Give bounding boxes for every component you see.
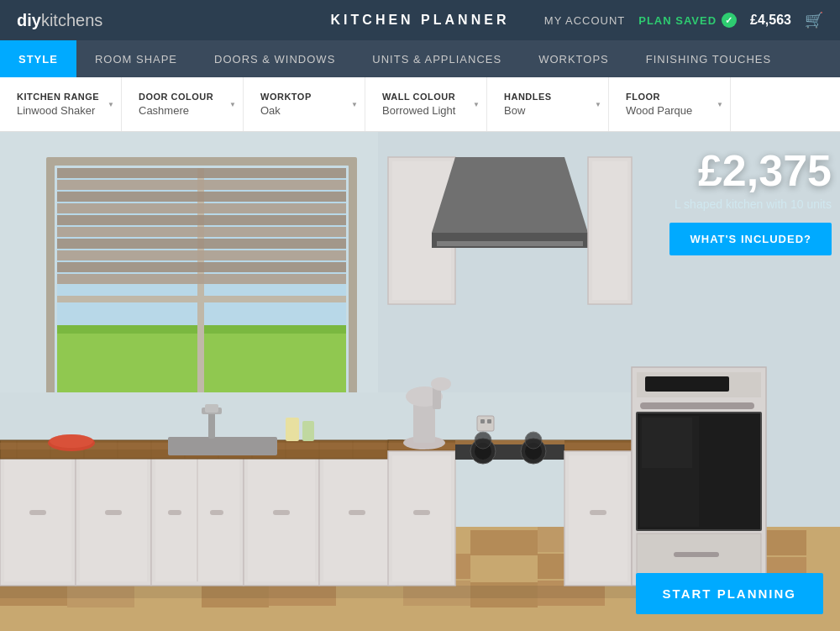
svg-rect-102 bbox=[569, 455, 627, 581]
option-label-worktop: WORKTOP bbox=[260, 92, 348, 102]
kitchen-description: L shaped kitchen with 10 units bbox=[669, 197, 832, 211]
svg-rect-136 bbox=[0, 586, 672, 598]
svg-rect-55 bbox=[57, 274, 346, 284]
svg-rect-52 bbox=[57, 239, 346, 249]
svg-rect-62 bbox=[105, 510, 122, 515]
option-worktop[interactable]: WORKTOP Oak bbox=[244, 77, 365, 131]
info-panel: £2,375 L shaped kitchen with 10 units WH… bbox=[669, 149, 832, 255]
option-door-colour[interactable]: DOOR COLOUR Cashmere bbox=[122, 77, 244, 131]
kitchen-scene: £2,375 L shaped kitchen with 10 units WH… bbox=[0, 132, 840, 631]
kitchen-price: £2,375 bbox=[669, 149, 832, 192]
svg-rect-92 bbox=[413, 510, 430, 515]
header: diy kitchens KITCHEN PLANNER MY ACCOUNT … bbox=[0, 0, 840, 40]
svg-rect-117 bbox=[437, 241, 583, 246]
option-label-floor: FLOOR bbox=[626, 92, 713, 102]
svg-rect-49 bbox=[57, 203, 346, 213]
svg-point-128 bbox=[431, 377, 451, 391]
svg-rect-70 bbox=[273, 510, 290, 515]
whats-included-button[interactable]: WHAT'S INCLUDED? bbox=[669, 223, 832, 255]
svg-rect-112 bbox=[674, 552, 719, 557]
option-value-door-colour: Cashmere bbox=[139, 104, 226, 117]
svg-marker-115 bbox=[432, 157, 588, 233]
svg-rect-134 bbox=[480, 419, 485, 423]
svg-point-100 bbox=[525, 432, 542, 449]
option-value-worktop: Oak bbox=[260, 104, 348, 117]
nav-item-doors-windows[interactable]: DOORS & WINDOWS bbox=[196, 40, 354, 77]
header-price: £4,563 bbox=[750, 13, 791, 28]
svg-point-132 bbox=[50, 434, 93, 448]
svg-rect-91 bbox=[392, 455, 451, 581]
svg-rect-110 bbox=[642, 418, 692, 468]
svg-rect-53 bbox=[57, 250, 346, 260]
svg-rect-72 bbox=[323, 455, 391, 581]
svg-rect-73 bbox=[349, 510, 365, 515]
svg-rect-133 bbox=[477, 416, 494, 431]
svg-rect-54 bbox=[57, 262, 346, 272]
svg-rect-67 bbox=[210, 510, 223, 515]
svg-rect-22 bbox=[470, 557, 538, 582]
nav-item-finishing-touches[interactable]: FINISHING TOUCHES bbox=[627, 40, 790, 77]
cart-icon[interactable]: 🛒 bbox=[805, 11, 823, 29]
svg-rect-103 bbox=[590, 510, 606, 515]
option-value-handles: Bow bbox=[504, 104, 591, 117]
svg-rect-47 bbox=[57, 180, 346, 190]
svg-rect-59 bbox=[29, 510, 46, 515]
option-label-door-colour: DOOR COLOUR bbox=[139, 92, 226, 102]
svg-rect-66 bbox=[168, 510, 181, 515]
svg-rect-135 bbox=[487, 419, 491, 423]
options-bar: KITCHEN RANGE Linwood ShakerDOOR COLOUR … bbox=[0, 77, 840, 132]
svg-rect-93 bbox=[455, 440, 564, 444]
option-value-wall-colour: Borrowed Light bbox=[382, 104, 470, 117]
my-account-link[interactable]: MY ACCOUNT bbox=[544, 14, 625, 27]
option-value-kitchen-range: Linwood Shaker bbox=[17, 104, 104, 117]
svg-rect-69 bbox=[248, 455, 315, 581]
logo-diy: diy bbox=[17, 11, 41, 30]
svg-point-99 bbox=[475, 432, 491, 449]
option-label-wall-colour: WALL COLOUR bbox=[382, 92, 470, 102]
svg-rect-48 bbox=[57, 192, 346, 202]
svg-rect-129 bbox=[286, 418, 299, 441]
svg-rect-50 bbox=[57, 215, 346, 225]
logo: diy kitchens bbox=[17, 11, 102, 30]
svg-rect-123 bbox=[205, 404, 218, 413]
svg-rect-51 bbox=[57, 227, 346, 237]
option-handles[interactable]: HANDLES Bow bbox=[487, 77, 609, 131]
option-floor[interactable]: FLOOR Wood Parque bbox=[609, 77, 731, 131]
header-title: KITCHEN PLANNER bbox=[331, 13, 510, 28]
option-kitchen-range[interactable]: KITCHEN RANGE Linwood Shaker bbox=[0, 77, 122, 131]
start-planning-button[interactable]: START PLANNING bbox=[636, 573, 823, 614]
svg-rect-106 bbox=[645, 376, 729, 392]
option-wall-colour[interactable]: WALL COLOUR Borrowed Light bbox=[365, 77, 487, 131]
check-icon: ✓ bbox=[722, 13, 737, 28]
svg-rect-61 bbox=[80, 455, 147, 581]
option-label-kitchen-range: KITCHEN RANGE bbox=[17, 92, 104, 102]
svg-rect-46 bbox=[57, 168, 346, 178]
main-nav: STYLEROOM SHAPEDOORS & WINDOWSUNITS & AP… bbox=[0, 40, 840, 77]
svg-rect-119 bbox=[592, 161, 627, 300]
plan-saved-status: PLAN SAVED ✓ bbox=[638, 13, 737, 28]
nav-item-units-appliances[interactable]: UNITS & APPLIANCES bbox=[354, 40, 520, 77]
svg-rect-107 bbox=[640, 402, 754, 409]
svg-rect-120 bbox=[168, 437, 277, 455]
kitchen-scene-container: £2,375 L shaped kitchen with 10 units WH… bbox=[0, 132, 840, 631]
svg-rect-130 bbox=[302, 421, 314, 441]
option-label-handles: HANDLES bbox=[504, 92, 591, 102]
nav-item-style[interactable]: STYLE bbox=[0, 40, 76, 77]
option-value-floor: Wood Parque bbox=[626, 104, 713, 117]
svg-rect-58 bbox=[4, 455, 71, 581]
logo-kitchens: kitchens bbox=[41, 11, 102, 30]
header-right: MY ACCOUNT PLAN SAVED ✓ £4,563 🛒 bbox=[544, 11, 823, 29]
svg-rect-10 bbox=[470, 530, 538, 555]
nav-item-room-shape[interactable]: ROOM SHAPE bbox=[76, 40, 196, 77]
nav-item-worktops[interactable]: WORKTOPS bbox=[520, 40, 627, 77]
